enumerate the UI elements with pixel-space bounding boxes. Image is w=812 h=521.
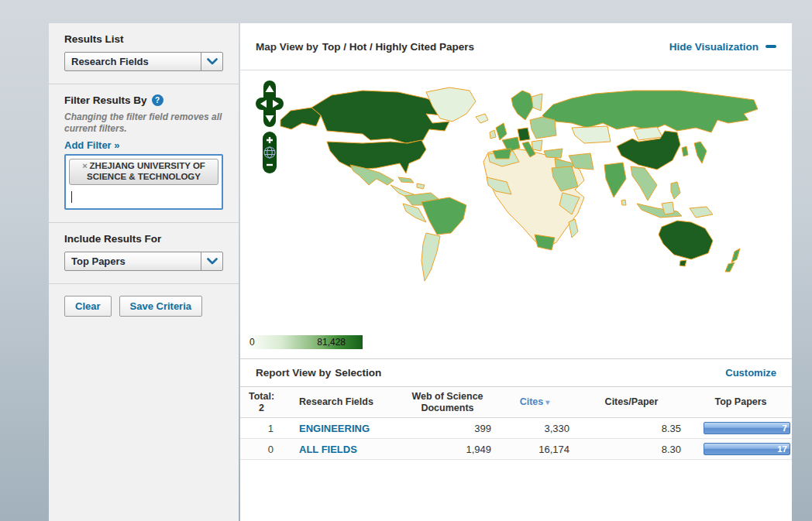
country-japan[interactable]	[694, 142, 707, 163]
report-view-header: Report View bySelection Customize	[240, 358, 792, 386]
country-argentina[interactable]	[421, 233, 440, 281]
table-row: 0 ALL FIELDS 1,949 16,174 8.30 17	[240, 439, 792, 460]
row-rank: 1	[240, 418, 283, 438]
text-cursor	[71, 191, 72, 203]
country-finland[interactable]	[532, 94, 542, 111]
country-papua-new-guinea[interactable]	[690, 207, 713, 218]
cites-value: 16,174	[496, 439, 573, 459]
country-india[interactable]	[604, 163, 626, 197]
country-philippines[interactable]	[671, 182, 680, 199]
legend-min-value: 0	[249, 337, 255, 348]
top-papers-value: 17	[777, 444, 787, 454]
wos-documents-value: 399	[399, 418, 496, 438]
world-map-visualization: 0 81,428	[240, 70, 792, 358]
customize-link[interactable]: Customize	[725, 367, 776, 379]
filter-tag: ×ZHEJIANG UNIVERSITY OF SCIENCE & TECHNO…	[69, 159, 218, 185]
results-list-dropdown[interactable]: Research Fields	[64, 52, 223, 71]
region-malaysia-indonesia[interactable]	[637, 204, 682, 218]
cites-per-paper-value: 8.30	[573, 439, 690, 459]
zoom-control[interactable]	[263, 132, 277, 173]
country-usa-alaska[interactable]	[280, 108, 321, 129]
map-controls	[254, 81, 285, 175]
help-icon[interactable]: ?	[152, 94, 163, 106]
column-header-cites-per-paper: Cites/Paper	[573, 387, 690, 417]
country-spain[interactable]	[493, 149, 511, 159]
region-indochina[interactable]	[631, 166, 657, 201]
research-field-link[interactable]: ALL FIELDS	[283, 439, 399, 459]
country-uk[interactable]	[496, 123, 507, 140]
pan-control[interactable]	[256, 81, 284, 127]
top-papers-bar: 7	[704, 422, 790, 434]
top-papers-bar: 17	[704, 443, 790, 455]
region-eastern-europe[interactable]	[530, 117, 556, 139]
region-norway-sweden[interactable]	[511, 91, 535, 120]
filter-results-section: Filter Results By ? Changing the filter …	[49, 84, 239, 223]
top-papers-cell: 17	[690, 439, 792, 459]
map-view-title: Map View byTop / Hot / Highly Cited Pape…	[256, 41, 474, 53]
country-south-korea[interactable]	[682, 146, 688, 156]
filter-tag-text: ZHEJIANG UNIVERSITY OF SCIENCE & TECHNOL…	[87, 161, 205, 181]
country-brazil[interactable]	[421, 197, 466, 235]
chevron-down-icon	[201, 252, 222, 270]
top-papers-cell: 7	[690, 418, 792, 438]
total-value: 2	[259, 403, 264, 414]
column-header-top-papers: Top Papers	[690, 387, 792, 417]
country-ireland[interactable]	[490, 130, 496, 139]
include-results-section: Include Results For Top Papers	[49, 223, 239, 284]
country-australia[interactable]	[659, 221, 713, 259]
actions-section: Clear Save Criteria	[49, 284, 239, 329]
column-header-wos-documents: Web of Science Documents	[399, 387, 496, 417]
region-tasmania[interactable]	[680, 260, 686, 266]
country-mongolia[interactable]	[634, 127, 662, 140]
sort-arrow-icon: ▾	[545, 398, 549, 406]
wos-documents-value: 1,949	[399, 439, 496, 459]
filter-input-box[interactable]: ×ZHEJIANG UNIVERSITY OF SCIENCE & TECHNO…	[64, 154, 223, 210]
save-criteria-button[interactable]: Save Criteria	[119, 296, 203, 317]
row-rank: 0	[240, 439, 283, 459]
report-view-mode: Selection	[335, 367, 381, 379]
table-row: 1 ENGINEERING 399 3,330 8.35 7	[240, 418, 792, 439]
country-madagascar[interactable]	[569, 219, 578, 238]
region-peru-andes[interactable]	[403, 204, 426, 222]
research-field-link[interactable]: ENGINEERING	[283, 418, 399, 438]
table-header-row: Total: 2 Research Fields Web of Science …	[240, 387, 792, 418]
cites-per-paper-value: 8.35	[573, 418, 690, 438]
add-filter-link[interactable]: Add Filter »	[64, 139, 223, 151]
country-south-africa[interactable]	[535, 235, 555, 250]
column-header-cites[interactable]: Cites▾	[496, 387, 573, 417]
results-list-value: Research Fields	[65, 53, 201, 70]
country-sri-lanka[interactable]	[621, 200, 626, 205]
country-kazakhstan[interactable]	[572, 126, 611, 143]
country-greenland[interactable]	[426, 87, 476, 122]
include-results-label: Include Results For	[64, 233, 223, 245]
country-cuba[interactable]	[398, 177, 414, 183]
country-new-zealand[interactable]	[725, 249, 740, 272]
remove-tag-icon[interactable]: ×	[82, 161, 87, 170]
cites-value: 3,330	[496, 418, 573, 438]
include-results-dropdown[interactable]: Top Papers	[64, 252, 223, 271]
country-turkey[interactable]	[544, 149, 563, 158]
filter-results-label: Filter Results By	[64, 94, 147, 106]
map-view-metric: Top / Hot / Highly Cited Papers	[322, 41, 474, 53]
region-balkans[interactable]	[532, 140, 542, 151]
country-russia[interactable]	[542, 91, 758, 132]
results-list-section: Results List Research Fields	[49, 23, 239, 84]
esi-application-window: Results List Research Fields Filter Resu…	[0, 0, 812, 521]
choropleth-world-map	[246, 75, 792, 335]
include-results-value: Top Papers	[65, 252, 201, 270]
total-label: Total:	[249, 391, 274, 403]
country-usa[interactable]	[327, 140, 426, 173]
country-germany[interactable]	[518, 128, 530, 141]
country-iceland[interactable]	[476, 114, 488, 123]
total-count-header: Total: 2	[240, 387, 283, 417]
filters-sidebar: Results List Research Fields Filter Resu…	[49, 23, 239, 521]
clear-button[interactable]: Clear	[64, 296, 112, 317]
hide-visualization-label: Hide Visualization	[669, 41, 759, 53]
map-view-header: Map View byTop / Hot / Highly Cited Pape…	[240, 23, 792, 70]
region-caribbean[interactable]	[417, 183, 425, 189]
results-list-label: Results List	[64, 33, 223, 45]
column-header-research-fields: Research Fields	[283, 387, 399, 417]
map-color-scale-legend: 0 81,428	[246, 335, 363, 349]
hide-visualization-link[interactable]: Hide Visualization	[669, 41, 776, 53]
main-panel: Map View byTop / Hot / Highly Cited Pape…	[240, 23, 792, 521]
